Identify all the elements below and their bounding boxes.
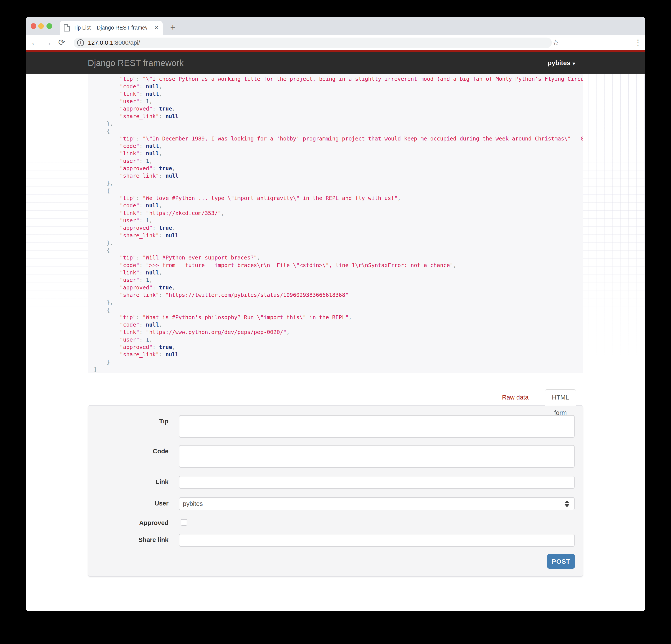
share-link-input[interactable] bbox=[179, 534, 574, 547]
tab-raw-data[interactable]: Raw data bbox=[499, 389, 532, 405]
forward-icon: → bbox=[42, 35, 54, 50]
link-input[interactable] bbox=[179, 476, 574, 489]
address-bar[interactable]: i 127.0.0.1:8000/api/ bbox=[74, 38, 552, 48]
close-window-button[interactable] bbox=[30, 23, 36, 29]
user-select[interactable]: pybites bbox=[179, 497, 574, 510]
chrome-menu-icon[interactable]: ⋮ bbox=[633, 35, 643, 50]
browser-window: Tip List – Django REST framework ✕ + ← →… bbox=[26, 17, 645, 611]
code-textarea[interactable] bbox=[179, 445, 574, 468]
url-text: 127.0.0.1:8000/api/ bbox=[88, 39, 140, 46]
url-path: :8000/api/ bbox=[113, 39, 140, 46]
link-label: Link bbox=[90, 478, 168, 485]
brand-link[interactable]: Django REST framework bbox=[88, 52, 184, 74]
code-label: Code bbox=[90, 448, 168, 455]
screenshot-stage: Tip List – Django REST framework ✕ + ← →… bbox=[0, 0, 671, 644]
reload-icon[interactable]: ⟳ bbox=[55, 35, 68, 50]
tip-label: Tip bbox=[90, 418, 168, 425]
tip-textarea[interactable] bbox=[179, 415, 574, 438]
page-accent-line bbox=[26, 50, 645, 52]
user-label: User bbox=[90, 500, 168, 507]
post-button[interactable]: POST bbox=[547, 554, 575, 569]
minimize-window-button[interactable] bbox=[38, 23, 44, 29]
user-dropdown[interactable]: pybites▾ bbox=[548, 52, 575, 74]
json-response-pre: { "tip": "\"I chose Python as a working … bbox=[88, 74, 583, 373]
select-arrows-icon bbox=[565, 501, 569, 507]
site-info-icon[interactable]: i bbox=[77, 39, 84, 46]
approved-label: Approved bbox=[90, 519, 168, 527]
back-icon[interactable]: ← bbox=[29, 35, 41, 50]
tab-title: Tip List – Django REST framework bbox=[73, 25, 147, 31]
tab-strip: Tip List – Django REST framework ✕ + bbox=[26, 17, 645, 35]
browser-toolbar: ← → ⟳ i 127.0.0.1:8000/api/ ☆ M M k PyBi… bbox=[26, 35, 645, 50]
bookmark-star-icon[interactable]: ☆ bbox=[552, 35, 559, 50]
user-dropdown-label: pybites bbox=[548, 59, 570, 66]
zoom-window-button[interactable] bbox=[47, 23, 52, 29]
browser-tab[interactable]: Tip List – Django REST framework ✕ bbox=[60, 21, 163, 35]
page-body: { "tip": "\"I chose Python as a working … bbox=[26, 74, 645, 611]
approved-checkbox[interactable] bbox=[181, 519, 187, 526]
close-tab-icon[interactable]: ✕ bbox=[154, 25, 159, 30]
page-favicon-icon bbox=[64, 24, 70, 31]
share-link-label: Share link bbox=[90, 536, 168, 543]
drf-navbar: Django REST framework pybites▾ bbox=[26, 52, 645, 74]
new-tab-button[interactable]: + bbox=[167, 22, 178, 33]
url-host: 127.0.0.1 bbox=[88, 39, 113, 46]
user-select-value: pybites bbox=[183, 500, 203, 507]
tab-html-form[interactable]: HTML form bbox=[545, 389, 576, 406]
chevron-down-icon: ▾ bbox=[573, 61, 575, 66]
html-form-panel: Tip Code Link User pybites Approved Shar… bbox=[88, 405, 583, 577]
